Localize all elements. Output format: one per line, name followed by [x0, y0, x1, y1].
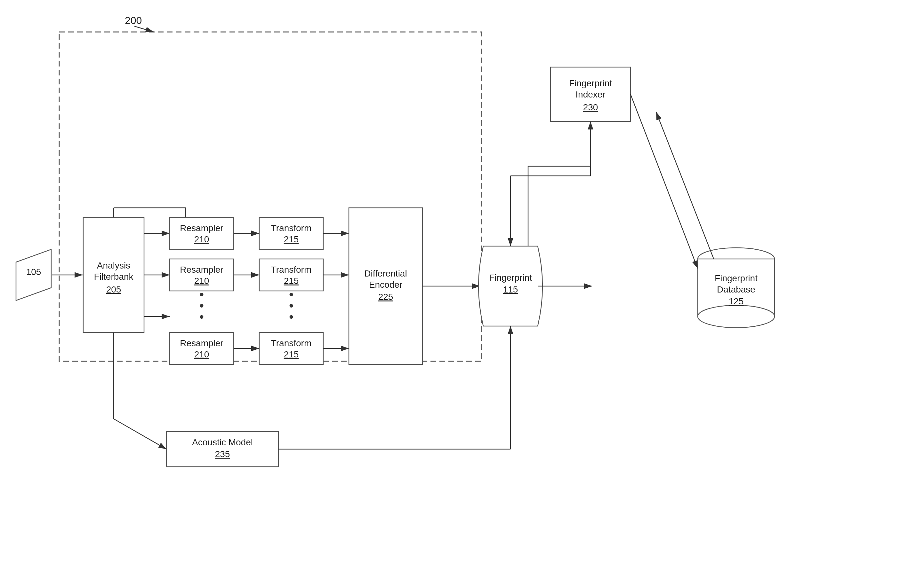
fingerprint-indexer-label2: Indexer: [576, 90, 605, 99]
acoustic-model-ref: 235: [215, 449, 230, 459]
analysis-filterbank-ref: 205: [106, 284, 121, 294]
fp-db-label2: Database: [717, 284, 755, 294]
transform-bot-box: [259, 332, 323, 365]
fingerprint-label: Fingerprint: [489, 273, 532, 282]
input-label: 105: [26, 267, 41, 277]
fp-db-bottom-ellipse: [698, 305, 774, 328]
transform-top-box: [259, 217, 323, 250]
resampler-bot-ref: 210: [194, 350, 209, 359]
dots-resamplers3: •: [200, 310, 204, 324]
transform-mid-ref: 215: [284, 276, 299, 286]
resampler-top-ref: 210: [194, 234, 209, 244]
fingerprint-ref: 115: [503, 284, 518, 294]
differential-encoder-label: Differential: [364, 269, 407, 278]
resampler-top-label: Resampler: [180, 223, 223, 233]
differential-encoder-label2: Encoder: [369, 280, 402, 290]
transform-top-label: Transform: [271, 223, 312, 233]
resampler-mid-box: [170, 259, 234, 291]
fingerprint-indexer-ref: 230: [583, 102, 598, 112]
resampler-top-box: [170, 217, 234, 250]
analysis-filterbank-label2: Filterbank: [94, 272, 134, 282]
fingerprint-indexer-label: Fingerprint: [569, 78, 612, 88]
transform-bot-label: Transform: [271, 338, 312, 348]
resampler-mid-ref: 210: [194, 276, 209, 286]
acoustic-model-label: Acoustic Model: [192, 437, 253, 447]
analysis-filterbank-label: Analysis: [97, 260, 130, 271]
fp-db-label: Fingerprint: [715, 274, 758, 283]
transform-bot-ref: 215: [284, 350, 299, 359]
resampler-bot-box: [170, 332, 234, 365]
resampler-mid-label: Resampler: [180, 265, 223, 275]
fp-db-ref: 125: [729, 296, 744, 306]
transform-mid-box: [259, 259, 323, 291]
svg-rect-19: [698, 260, 774, 266]
diagram-container: 200 105 Analysis Filterbank 205 Resample…: [0, 0, 924, 562]
transform-mid-label: Transform: [271, 265, 312, 275]
label-200: 200: [125, 15, 142, 26]
transform-top-ref: 215: [284, 234, 299, 244]
dots-transforms3: •: [289, 310, 294, 324]
resampler-bot-label: Resampler: [180, 338, 223, 348]
differential-encoder-ref: 225: [378, 292, 393, 302]
